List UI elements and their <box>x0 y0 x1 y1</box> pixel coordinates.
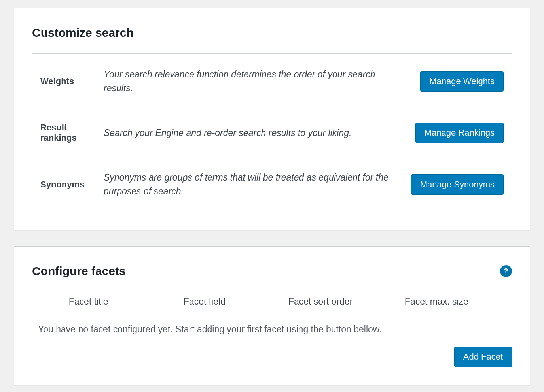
result-rankings-row: Result rankings Search your Engine and r… <box>32 109 512 157</box>
configure-facets-header: Configure facets ? <box>32 264 512 278</box>
manage-synonyms-button[interactable]: Manage Synonyms <box>411 174 504 195</box>
synonyms-description: Synonyms are groups of terms that will b… <box>104 171 403 198</box>
configure-facets-title: Configure facets <box>32 264 126 278</box>
synonyms-row: Synonyms Synonyms are groups of terms th… <box>32 157 512 212</box>
result-rankings-description: Search your Engine and re-order search r… <box>104 126 408 140</box>
configure-facets-panel: Configure facets ? Facet title Facet fie… <box>14 246 530 385</box>
weights-label: Weights <box>40 76 96 87</box>
manage-rankings-button[interactable]: Manage Rankings <box>415 122 504 143</box>
add-facet-button[interactable]: Add Facet <box>454 347 512 367</box>
facet-header-spacer <box>496 292 512 312</box>
result-rankings-label: Result rankings <box>40 122 96 143</box>
facet-table-headers: Facet title Facet field Facet sort order… <box>32 292 512 312</box>
facet-actions: Add Facet <box>32 347 512 367</box>
help-icon[interactable]: ? <box>500 265 512 277</box>
facet-header-max-size: Facet max. size <box>380 292 493 312</box>
weights-row: Weights Your search relevance function d… <box>32 54 512 109</box>
synonyms-label: Synonyms <box>40 179 96 190</box>
customize-search-title: Customize search <box>32 26 134 40</box>
customize-search-box: Weights Your search relevance function d… <box>32 53 512 212</box>
facet-header-field: Facet field <box>148 292 261 312</box>
customize-search-header: Customize search <box>32 26 512 40</box>
facet-header-title: Facet title <box>32 292 145 312</box>
customize-search-panel: Customize search Weights Your search rel… <box>14 8 530 230</box>
facets-empty-message: You have no facet configured yet. Start … <box>32 324 512 335</box>
manage-weights-button[interactable]: Manage Weights <box>420 71 504 92</box>
facet-header-sort-order: Facet sort order <box>264 292 377 312</box>
weights-description: Your search relevance function determine… <box>104 68 412 95</box>
